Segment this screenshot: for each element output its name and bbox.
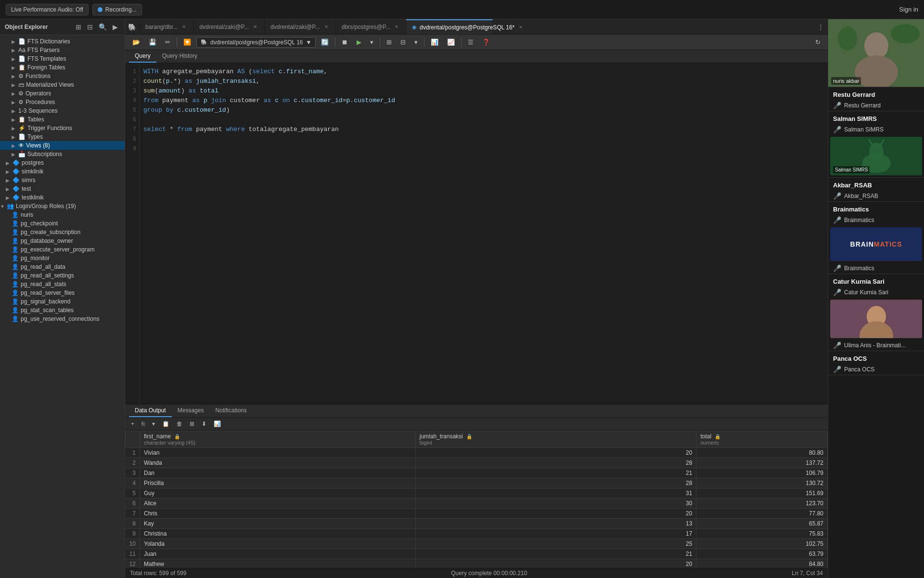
toolbar-help-btn[interactable]: ❓ xyxy=(479,37,493,48)
db-selector[interactable]: 🐘 dvdrental/postgres@PostgreSQL 16 ▼ xyxy=(196,37,316,48)
tree-item-pg-monitor[interactable]: 👤 pg_monitor xyxy=(0,254,125,263)
rt-download-btn[interactable]: ⬇ xyxy=(199,419,209,429)
tree-item-fts-parsers[interactable]: ▶ Aa FTS Parsers xyxy=(0,46,125,54)
rt-delete-btn[interactable]: 🗑 xyxy=(174,419,185,429)
result-tab-notifications[interactable]: Notifications xyxy=(209,405,252,417)
login-group-label: Login/Group Roles (19) xyxy=(16,203,123,210)
tree-item-procedures[interactable]: ▶ ⚙ Procedures xyxy=(0,98,125,106)
tree-item-pg-read-all[interactable]: 👤 pg_read_all_data xyxy=(0,263,125,271)
tree-item-simrs[interactable]: ▶ 🔷 simrs xyxy=(0,176,125,184)
tree-item-operators[interactable]: ▶ ⚙ Operators xyxy=(0,89,125,98)
tree-item-pg-create-sub[interactable]: 👤 pg_create_subscription xyxy=(0,228,125,236)
toolbar-save-btn[interactable]: 💾 xyxy=(145,37,160,48)
tab-dvdrental-active-close[interactable]: ✕ xyxy=(517,24,524,30)
editor-area[interactable]: 12345 6789 WITH agregate_pembayaran AS (… xyxy=(125,63,828,404)
pg-read-server-label: pg_read_server_files xyxy=(21,289,123,296)
result-tab-messages[interactable]: Messages xyxy=(172,405,210,417)
toolbar-sync-btn[interactable]: 🔄 xyxy=(318,37,332,48)
row-num: 2 xyxy=(126,458,140,468)
row-num: 9 xyxy=(126,529,140,539)
toolbar-refresh-btn[interactable]: ↻ xyxy=(812,37,824,48)
panel-icon-btn-2[interactable]: ⊟ xyxy=(85,22,95,32)
tree-item-functions[interactable]: ▶ ⚙ Functions xyxy=(0,72,125,80)
cell-first-name: Christina xyxy=(140,529,416,539)
rt-paste-btn[interactable]: 📋 xyxy=(159,419,172,429)
sequences-label: Sequences xyxy=(28,107,123,114)
tree-item-pg-exec[interactable]: 👤 pg_execute_server_program xyxy=(0,245,125,254)
tab-dbrs[interactable]: dbrs/postgres@P... ✕ xyxy=(336,19,406,35)
catur-photo xyxy=(830,300,922,338)
tab-dbrs-close[interactable]: ✕ xyxy=(393,24,400,30)
tree-item-test[interactable]: ▶ 🔷 test xyxy=(0,184,125,193)
tab-barang[interactable]: barang/dbr... ✕ xyxy=(140,19,193,35)
toolbar-folder-btn[interactable]: 📂 xyxy=(129,37,143,48)
pg-read-all-label: pg_read_all_data xyxy=(21,263,123,270)
tree-item-trigger-functions[interactable]: ▶ ⚡ Trigger Functions xyxy=(0,124,125,132)
tree-item-pg-db-owner[interactable]: 👤 pg_database_owner xyxy=(0,236,125,245)
rt-chart-btn[interactable]: 📊 xyxy=(211,419,224,429)
toolbar-run-arrow-btn[interactable]: ▾ xyxy=(367,37,377,48)
tree-item-fts-templates[interactable]: ▶ 📄 FTS Templates xyxy=(0,54,125,63)
row-num: 1 xyxy=(126,448,140,458)
table-row: 3 Dan 21 106.79 xyxy=(126,468,828,478)
toolbar-run-btn[interactable]: ▶ xyxy=(353,37,365,48)
toolbar-explain2-btn[interactable]: 📈 xyxy=(444,37,458,48)
tree-item-testklinik[interactable]: ▶ 🔷 testklinik xyxy=(0,193,125,202)
audio-button[interactable]: Live Performance Audio: Off xyxy=(6,4,89,15)
tree-item-mat-views[interactable]: ▶ 🗃 Materialized Views xyxy=(0,80,125,89)
tree-item-subscriptions[interactable]: ▶ 📩 Subscriptions xyxy=(0,150,125,158)
nuris-icon: 👤 xyxy=(12,211,19,218)
recording-button[interactable]: Recording... xyxy=(92,4,142,15)
tree-item-foreign-tables[interactable]: ▶ 📋 Foreign Tables xyxy=(0,63,125,72)
toolbar-layout-btn[interactable]: ⊟ xyxy=(397,37,409,48)
tab-dvdrental-zaki-1[interactable]: dvdrental/zaki@P... ✕ xyxy=(193,19,265,35)
query-tab-query[interactable]: Query xyxy=(129,50,156,63)
tree-item-sequences[interactable]: ▶ 1-3 Sequences xyxy=(0,106,125,115)
toolbar-grid-btn[interactable]: ⊞ xyxy=(383,37,395,48)
tab-dvdrental-zaki-1-close[interactable]: ✕ xyxy=(252,24,258,30)
rt-copy-arrow-btn[interactable]: ▾ xyxy=(149,419,158,429)
toolbar-format-btn[interactable]: ☰ xyxy=(464,37,477,48)
tree-item-pg-read-settings[interactable]: 👤 pg_read_all_settings xyxy=(0,271,125,280)
tree-item-pg-stat-scan[interactable]: 👤 pg_stat_scan_tables xyxy=(0,306,125,315)
result-tab-data[interactable]: Data Output xyxy=(129,405,172,417)
toolbar-layout-arrow-btn[interactable]: ▾ xyxy=(411,37,421,48)
trigger-functions-icon: ⚡ xyxy=(18,125,26,131)
panel-icon-btn-terminal[interactable]: ▶ xyxy=(111,22,120,32)
tree-item-tables[interactable]: ▶ 📋 Tables xyxy=(0,115,125,124)
query-tab-history[interactable]: Query History xyxy=(156,50,203,63)
cell-total: 130.72 xyxy=(696,478,828,488)
tab-dvdrental-zaki-2-close[interactable]: ✕ xyxy=(323,24,330,30)
rt-save-btn[interactable]: ⊞ xyxy=(187,419,197,429)
tree-item-nuris[interactable]: 👤 nuris xyxy=(0,210,125,219)
tree-item-pg-use-reserved[interactable]: 👤 pg_use_reserved_connections xyxy=(0,315,125,323)
panel-icon-btn-search[interactable]: 🔍 xyxy=(97,22,109,32)
tree-item-postgres[interactable]: ▶ 🔷 postgres xyxy=(0,158,125,167)
tab-more-button[interactable]: ⋮ xyxy=(814,23,828,30)
tree-item-views[interactable]: ▶ 👁 Views (8) xyxy=(0,141,125,150)
toolbar-stop-btn[interactable]: ⏹ xyxy=(338,37,351,48)
panca-sub: 🎤 Panca OCS xyxy=(828,364,924,375)
tab-dvdrental-zaki-1-label: dvdrental/zaki@P... xyxy=(199,24,249,30)
tab-dvdrental-zaki-2[interactable]: dvdrental/zaki@P... ✕ xyxy=(265,19,336,35)
tree-item-pg-read-stats[interactable]: 👤 pg_read_all_stats xyxy=(0,280,125,289)
cell-total: 63.79 xyxy=(696,549,828,559)
tree-item-login-group[interactable]: ▼ 👥 Login/Group Roles (19) xyxy=(0,202,125,210)
restu-sub-name: Restu Gerrard xyxy=(844,102,881,109)
signin-button[interactable]: Sign in xyxy=(899,6,918,13)
tree-item-pg-checkpoint[interactable]: 👤 pg_checkpoint xyxy=(0,219,125,228)
toolbar-explain-btn[interactable]: 📊 xyxy=(427,37,442,48)
rt-add-btn[interactable]: + xyxy=(128,419,137,429)
tab-dvdrental-active[interactable]: ◉ dvdrental/postgres@PostgreSQL 16* ✕ xyxy=(406,19,493,35)
rt-copy-btn[interactable]: ⎘ xyxy=(139,419,148,429)
tree-item-pg-signal[interactable]: 👤 pg_signal_backend xyxy=(0,297,125,306)
panel-icon-btn-1[interactable]: ⊞ xyxy=(74,22,83,32)
toolbar-pencil-btn[interactable]: ✏ xyxy=(162,37,174,48)
tree-item-simklinik[interactable]: ▶ 🔷 simklinik xyxy=(0,167,125,176)
tree-item-pg-read-server[interactable]: 👤 pg_read_server_files xyxy=(0,289,125,297)
tree-item-types[interactable]: ▶ 📄 Types xyxy=(0,132,125,141)
tab-barang-close[interactable]: ✕ xyxy=(180,24,187,30)
tree-item-fts-dict[interactable]: ▶ 📄 FTS Dictionaries xyxy=(0,37,125,46)
toolbar-filter-btn[interactable]: 🔽 xyxy=(180,37,194,48)
code-content[interactable]: WITH agregate_pembayaran AS (select c.fi… xyxy=(140,63,828,404)
